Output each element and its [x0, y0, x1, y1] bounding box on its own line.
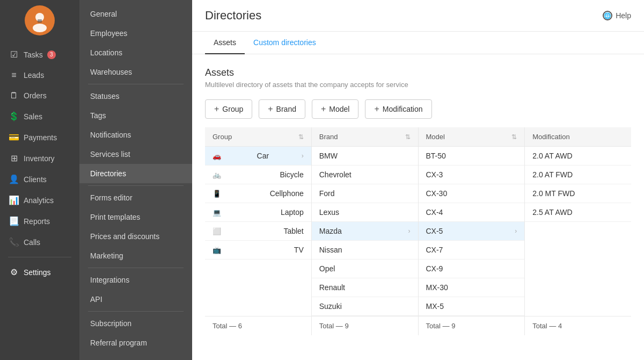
sidebar-item-clients[interactable]: 👤 Clients — [0, 169, 79, 190]
menu-item-employees[interactable]: Employees — [79, 24, 192, 43]
menu-item-prices-discounts[interactable]: Prices and discounts — [79, 227, 192, 246]
menu-item-directories[interactable]: Directories — [79, 164, 192, 183]
avatar[interactable] — [25, 5, 55, 35]
add-modification-button[interactable]: + Modification — [365, 99, 431, 119]
menu-item-tags[interactable]: Tags — [79, 106, 192, 125]
tab-assets[interactable]: Assets — [205, 32, 245, 54]
list-item[interactable]: CX-3 — [419, 165, 525, 184]
row-label: CX-5 — [426, 227, 443, 235]
menu-item-warehouses[interactable]: Warehouses — [79, 62, 192, 82]
row-label: MX-30 — [426, 283, 448, 292]
list-item[interactable]: MX-5 — [419, 297, 525, 316]
row-label: CX-4 — [426, 208, 443, 217]
settings-icon: ⚙ — [9, 267, 19, 277]
help-button[interactable]: 🌐 Help — [603, 11, 631, 20]
menu-item-services-list[interactable]: Services list — [79, 145, 192, 164]
brand-column-header: Brand ⇅ — [312, 127, 418, 147]
sidebar-item-inventory[interactable]: ⊞ Inventory — [0, 148, 79, 169]
list-item[interactable]: ⬜ Tablet — [205, 222, 311, 241]
plus-icon-modification: + — [374, 104, 379, 114]
svg-point-1 — [33, 24, 47, 32]
list-item[interactable]: 🚲 Bicycle — [205, 165, 311, 184]
menu-item-subscription[interactable]: Subscription — [79, 314, 192, 333]
sidebar-item-settings[interactable]: ⚙ Settings — [0, 262, 79, 283]
list-item[interactable]: 2.0 AT AWD — [525, 147, 631, 165]
brand-column: Brand ⇅ BMW Chevrolet Ford Lexus Mazda › — [312, 127, 419, 335]
sidebar-item-reports[interactable]: 📃 Reports — [0, 211, 79, 232]
row-label: CX-30 — [426, 189, 448, 198]
group-sort-icon[interactable]: ⇅ — [298, 133, 304, 141]
list-item[interactable]: 2.5 AT AWD — [525, 203, 631, 222]
menu-divider-2 — [88, 185, 184, 186]
payments-icon: 💳 — [9, 132, 19, 142]
add-buttons-row: + Group + Brand + Model + Modification — [205, 99, 631, 119]
list-item[interactable]: Nissan — [312, 241, 418, 260]
row-label: 2.0 MT FWD — [532, 189, 575, 198]
list-item[interactable]: 2.0 MT FWD — [525, 184, 631, 203]
list-item[interactable]: CX-4 — [419, 203, 525, 222]
list-item[interactable]: 💻 Laptop — [205, 203, 311, 222]
sidebar-item-tasks[interactable]: ☑ Tasks 3 — [0, 44, 79, 65]
tab-custom-directories[interactable]: Custom directories — [245, 32, 325, 54]
menu-item-forms-editor[interactable]: Forms editor — [79, 188, 192, 207]
chevron-right-icon: › — [302, 152, 304, 160]
list-item[interactable]: MX-30 — [419, 278, 525, 297]
menu-item-general[interactable]: General — [79, 4, 192, 24]
row-label: Suzuki — [319, 302, 342, 311]
add-modification-label: Modification — [383, 105, 423, 113]
sidebar-item-analytics[interactable]: 📊 Analytics — [0, 190, 79, 211]
menu-item-locations[interactable]: Locations — [79, 43, 192, 62]
sidebar-item-label: Analytics — [24, 196, 54, 205]
list-item[interactable]: CX-30 — [419, 184, 525, 203]
menu-item-api[interactable]: API — [79, 290, 192, 309]
model-column: Model ⇅ BT-50 CX-3 CX-30 CX-4 CX-5 › — [419, 127, 525, 335]
brand-sort-icon[interactable]: ⇅ — [405, 133, 411, 141]
group-column-header: Group ⇅ — [205, 127, 311, 147]
list-item[interactable]: CX-7 — [419, 241, 525, 260]
row-label: BT-50 — [426, 152, 446, 160]
row-icon: 📱 — [213, 190, 221, 198]
brand-header-label: Brand — [319, 133, 338, 141]
menu-item-notifications[interactable]: Notifications — [79, 125, 192, 145]
menu-item-print-templates[interactable]: Print templates — [79, 207, 192, 227]
sidebar-item-payments[interactable]: 💳 Payments — [0, 127, 79, 148]
menu-item-statuses[interactable]: Statuses — [79, 87, 192, 106]
row-label: Renault — [319, 283, 345, 292]
menu-item-integrations[interactable]: Integrations — [79, 270, 192, 290]
menu-item-referral-program[interactable]: Referral program — [79, 333, 192, 352]
list-item[interactable]: BT-50 — [419, 147, 525, 165]
list-item[interactable]: 📱 Cellphone — [205, 184, 311, 203]
list-item[interactable]: Lexus — [312, 203, 418, 222]
add-brand-label: Brand — [276, 105, 296, 113]
clients-icon: 👤 — [9, 174, 19, 184]
add-model-button[interactable]: + Model — [312, 99, 358, 119]
list-item[interactable]: Suzuki — [312, 297, 418, 316]
sidebar-item-label: Leads — [24, 71, 44, 80]
list-item[interactable]: Renault — [312, 278, 418, 297]
row-label: Chevrolet — [319, 170, 352, 179]
section-title: Assets — [205, 67, 631, 78]
list-item[interactable]: CX-5 › — [419, 222, 525, 241]
add-brand-button[interactable]: + Brand — [259, 99, 305, 119]
sidebar-item-calls[interactable]: 📞 Calls — [0, 232, 79, 253]
list-item[interactable]: CX-9 — [419, 260, 525, 278]
svg-rect-2 — [38, 19, 42, 23]
sidebar-item-label: Tasks — [24, 51, 43, 59]
add-group-button[interactable]: + Group — [205, 99, 252, 119]
list-item[interactable]: 🚗 Car › — [205, 147, 311, 165]
model-column-header: Model ⇅ — [419, 127, 525, 147]
list-item[interactable]: Chevrolet — [312, 165, 418, 184]
list-item[interactable]: Ford — [312, 184, 418, 203]
list-item[interactable]: BMW — [312, 147, 418, 165]
sidebar-item-leads[interactable]: ≡ Leads — [0, 65, 79, 85]
sidebar-item-orders[interactable]: 🗒 Orders — [0, 85, 79, 106]
list-item[interactable]: Opel — [312, 260, 418, 278]
menu-item-marketing[interactable]: Marketing — [79, 246, 192, 265]
sidebar-item-sales[interactable]: 💲 Sales — [0, 106, 79, 127]
list-item[interactable]: Mazda › — [312, 222, 418, 241]
model-sort-icon[interactable]: ⇅ — [511, 133, 517, 141]
list-item[interactable]: 📺 TV — [205, 241, 311, 260]
row-label: 2.0 AT FWD — [532, 170, 573, 179]
list-item[interactable]: 2.0 AT FWD — [525, 165, 631, 184]
plus-icon-group: + — [214, 104, 219, 114]
